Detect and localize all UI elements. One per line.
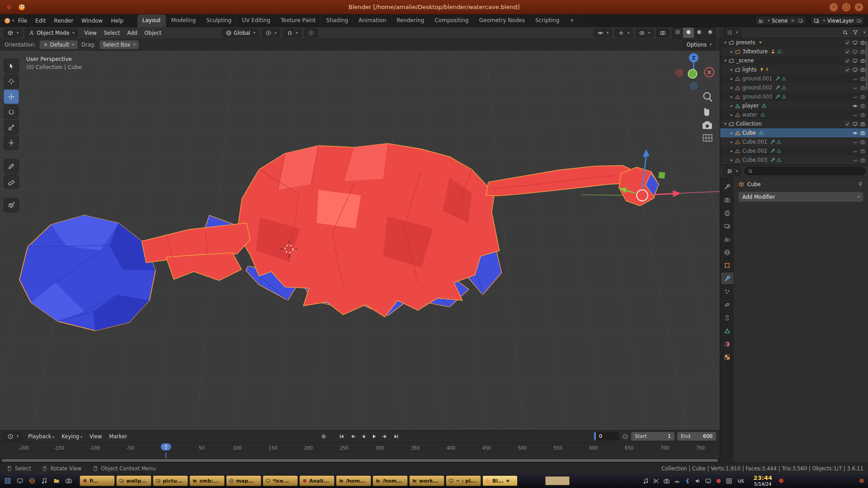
viewport-menu-object[interactable]: Object bbox=[141, 28, 165, 38]
close-button[interactable]: × bbox=[854, 3, 863, 12]
add-workspace-button[interactable]: + bbox=[565, 14, 580, 27]
screen-icon[interactable] bbox=[852, 58, 858, 64]
workspace-tab-texture-paint[interactable]: Texture Paint bbox=[276, 14, 321, 27]
outliner-row-lights[interactable]: ▸lights4 bbox=[720, 65, 868, 74]
zoom-icon[interactable] bbox=[703, 93, 712, 102]
disclosure-icon[interactable]: ▾ bbox=[722, 58, 728, 63]
shading-wireframe-button[interactable] bbox=[672, 28, 683, 38]
object-visibility-dropdown[interactable]: ▾ bbox=[594, 28, 612, 38]
outliner-row-ground-001[interactable]: ▸ground.001 bbox=[720, 74, 868, 83]
launcher-media[interactable] bbox=[39, 476, 49, 486]
disclosure-icon[interactable]: ▾ bbox=[722, 122, 728, 126]
workspace-tab-layout[interactable]: Layout bbox=[137, 14, 166, 27]
play-button[interactable] bbox=[369, 432, 379, 441]
disclosure-icon[interactable]: ▸ bbox=[729, 67, 735, 72]
viewport-menu-add[interactable]: Add bbox=[123, 28, 141, 38]
tray-media-player-icon[interactable] bbox=[642, 478, 649, 484]
properties-search-input[interactable] bbox=[744, 167, 865, 175]
eyeclosed-icon[interactable] bbox=[852, 85, 858, 91]
disclosure-icon[interactable]: ▸ bbox=[729, 85, 735, 90]
properties-tab-object-data[interactable] bbox=[721, 325, 733, 337]
scene-unlink-button[interactable]: × bbox=[790, 18, 795, 23]
taskbar-window-6-anali[interactable]: Anali... bbox=[299, 475, 335, 486]
viewport-menu-select[interactable]: Select bbox=[100, 28, 123, 38]
ortho-grid-icon[interactable] bbox=[703, 135, 712, 141]
taskbar-window-3-smb[interactable]: smb:... bbox=[189, 475, 225, 486]
menu-help[interactable]: Help bbox=[107, 16, 127, 26]
eye-icon[interactable] bbox=[852, 103, 858, 109]
tray-workspaces-icon[interactable] bbox=[726, 478, 732, 484]
properties-tab-view-layer[interactable] bbox=[721, 220, 733, 232]
eyeclosed-icon[interactable] bbox=[852, 139, 858, 145]
navigation-gizmo[interactable]: Z X bbox=[675, 53, 714, 90]
taskbar-window-10-pl[interactable]: ~ : pl... bbox=[446, 475, 481, 486]
frame-start-field[interactable]: Start1 bbox=[631, 432, 675, 441]
outliner-row-ground-003[interactable]: ▸ground.003 bbox=[720, 92, 868, 101]
camera-icon[interactable] bbox=[860, 67, 866, 73]
timeline-menu-marker[interactable]: Marker bbox=[105, 432, 131, 441]
camera-icon[interactable] bbox=[860, 130, 866, 136]
taskbar-clock[interactable]: 23:44 5/14/24 bbox=[754, 475, 772, 487]
checkbox-icon[interactable] bbox=[844, 49, 850, 55]
jump-to-end-button[interactable] bbox=[391, 432, 401, 441]
eyeclosed-icon[interactable] bbox=[852, 148, 858, 154]
camera-icon[interactable] bbox=[860, 112, 866, 118]
camera-icon[interactable] bbox=[860, 40, 866, 46]
timeline-ruler[interactable]: 0 -200-150-100-5005010015020025030035040… bbox=[0, 442, 720, 452]
timeline-menu-view[interactable]: View bbox=[86, 432, 105, 441]
maximize-button[interactable]: □ bbox=[842, 3, 851, 12]
tool-move-button[interactable] bbox=[4, 89, 19, 104]
preview-range-icon[interactable] bbox=[622, 433, 628, 440]
timeline-menu-keying[interactable]: Keying▾ bbox=[58, 432, 86, 441]
screen-icon[interactable] bbox=[852, 40, 858, 46]
properties-tab-render[interactable] bbox=[721, 194, 733, 206]
taskbar-window-8-hom[interactable]: /hom... bbox=[373, 475, 408, 486]
workspace-tab-sculpting[interactable]: Sculpting bbox=[201, 14, 237, 27]
launcher-show-desktop[interactable] bbox=[15, 476, 25, 486]
workspace-pager[interactable] bbox=[545, 476, 570, 485]
play-reverse-button[interactable] bbox=[359, 432, 368, 441]
editor-type-selector[interactable]: ▾ bbox=[4, 28, 22, 38]
properties-tab-material[interactable] bbox=[721, 338, 733, 350]
tool-select-box-button[interactable] bbox=[4, 59, 19, 73]
taskbar-window-7-hom[interactable]: /hom... bbox=[336, 475, 371, 486]
menu-edit[interactable]: Edit bbox=[31, 16, 50, 26]
menu-render[interactable]: Render bbox=[50, 16, 77, 26]
launcher-browser[interactable] bbox=[27, 476, 37, 486]
taskbar-window-9-work[interactable]: work... bbox=[409, 475, 444, 486]
menu-window[interactable]: Window bbox=[77, 16, 107, 26]
tool-measure-button[interactable] bbox=[4, 174, 19, 189]
taskbar-window-0-p[interactable]: P... bbox=[80, 475, 115, 486]
mode-selector[interactable]: Object Mode▾ bbox=[25, 28, 78, 38]
tool-scale-button[interactable] bbox=[4, 120, 19, 135]
taskbar-applet-icon[interactable] bbox=[858, 477, 865, 484]
outliner-row-player[interactable]: ▸player bbox=[720, 101, 868, 110]
pan-hand-icon[interactable] bbox=[704, 108, 709, 116]
camera-icon[interactable] bbox=[860, 49, 866, 55]
workspace-tab-shading[interactable]: Shading bbox=[321, 14, 354, 27]
orientation-dropdown[interactable]: Default▾ bbox=[39, 40, 78, 49]
viewport-3d[interactable]: Z X bbox=[0, 51, 720, 430]
outliner-filter-icon[interactable] bbox=[852, 29, 859, 36]
viewlayer-selector[interactable]: ▾ ViewLayer bbox=[811, 16, 864, 25]
pivot-point-selector[interactable]: ▾ bbox=[262, 28, 280, 38]
current-frame-field[interactable]: 0 bbox=[594, 432, 619, 441]
timeline-track-area[interactable] bbox=[0, 452, 720, 458]
blender-menu-icon[interactable] bbox=[4, 17, 11, 24]
eyeclosed-icon[interactable] bbox=[852, 112, 858, 118]
disclosure-icon[interactable]: ▸ bbox=[729, 49, 735, 54]
workspace-tab-rendering[interactable]: Rendering bbox=[392, 14, 429, 27]
add-modifier-dropdown[interactable]: Add Modifier ▾ bbox=[738, 192, 863, 202]
tray-clipboard-icon[interactable] bbox=[653, 478, 660, 484]
screen-icon[interactable] bbox=[852, 67, 858, 73]
transform-orientation-selector[interactable]: Global▾ bbox=[222, 28, 259, 38]
screen-icon[interactable] bbox=[852, 49, 858, 55]
outliner-row-3dtexture[interactable]: ▸3dtexture bbox=[720, 47, 868, 56]
timeline-scrollbar-handle[interactable] bbox=[2, 459, 718, 462]
camera-icon[interactable] bbox=[860, 76, 866, 82]
camera-icon[interactable] bbox=[860, 58, 866, 64]
properties-tab-object[interactable] bbox=[721, 259, 733, 271]
disclosure-icon[interactable]: ▸ bbox=[729, 103, 735, 108]
frame-end-field[interactable]: End600 bbox=[677, 432, 716, 441]
properties-tab-physics[interactable] bbox=[721, 299, 733, 310]
